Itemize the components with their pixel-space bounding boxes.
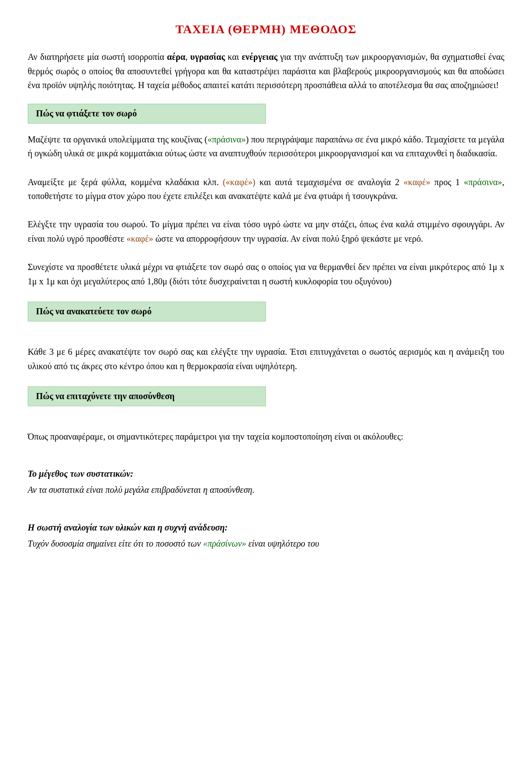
section-content-turn-pile: Κάθε 3 με 6 μέρες ανακατέψτε τον σωρό σα… — [28, 330, 504, 373]
highlight-prasina-2: «πράσινα» — [464, 177, 502, 187]
para-accelerate-intro: Όπως προαναφέραμε, οι σημαντικότερες παρ… — [28, 430, 504, 444]
highlight-kafe-2: «καφέ» — [403, 177, 430, 187]
section-header-make-pile: Πώς να φτιάξετε τον σωρό — [28, 104, 266, 124]
highlight-kafe-3: «καφέ» — [126, 234, 153, 243]
page-title: ΤΑΧΕΙΑ (ΘΕΡΜΗ) ΜΕΘΟΔΟΣ — [28, 22, 504, 37]
section-turn-pile: Πώς να ανακατεύετε τον σωρό Κάθε 3 με 6 … — [28, 302, 504, 373]
subsection-text-ratio: Τυχόν δυσοσμία σημαίνει είτε ότι το ποσο… — [28, 537, 504, 551]
section-header-accelerate: Πώς να επιταχύνετε την αποσύνθεση — [28, 386, 266, 406]
intro-paragraph: Αν διατηρήσετε μία σωστή ισορροπία αέρα,… — [28, 50, 504, 93]
section-content-accelerate: Όπως προαναφέραμε, οι σημαντικότερες παρ… — [28, 415, 504, 551]
para-green-waste: Μαζέψτε τα οργανικά υπολείμματα της κουζ… — [28, 132, 504, 161]
subsection-title-ratio: Η σωστή αναλογία των υλικών και η συχνή … — [28, 521, 504, 535]
subsection-title-size: Το μέγεθος των συστατικών: — [28, 467, 504, 481]
highlight-prasina-1: «πράσινα» — [207, 135, 245, 144]
section-content-make-pile: Μαζέψτε τα οργανικά υπολείμματα της κουζ… — [28, 132, 504, 289]
subsection-text-size: Αν τα συστατικά είναι πολύ μεγάλα επιβρα… — [28, 483, 504, 497]
highlight-kafe-1: («καφέ») — [223, 177, 255, 187]
para-pile-size: Συνεχίστε να προσθέτετε υλικά μέχρι να φ… — [28, 260, 504, 288]
highlight-prasina-3: «πράσίνων» — [203, 539, 246, 548]
para-moisture-check: Ελέγξτε την υγρασία του σωρού. Το μίγμα … — [28, 217, 504, 246]
para-mix-ratio: Αναμείξτε με ξερά φύλλα, κομμένα κλαδάκι… — [28, 175, 504, 203]
section-make-pile: Πώς να φτιάξετε τον σωρό Μαζέψτε τα οργα… — [28, 104, 504, 289]
section-header-turn-pile: Πώς να ανακατεύετε τον σωρό — [28, 302, 266, 322]
para-turn-instructions: Κάθε 3 με 6 μέρες ανακατέψτε τον σωρό σα… — [28, 345, 504, 373]
section-accelerate: Πώς να επιταχύνετε την αποσύνθεση Όπως π… — [28, 386, 504, 551]
